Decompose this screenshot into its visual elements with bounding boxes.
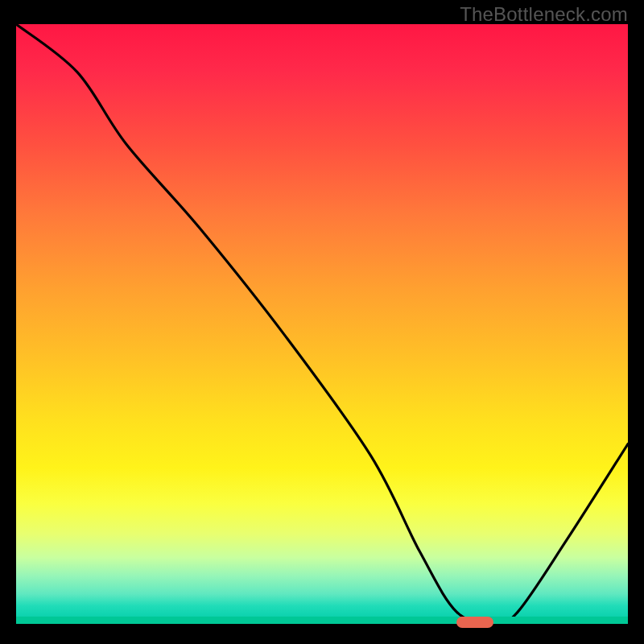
optimal-marker bbox=[456, 617, 493, 628]
plot-area bbox=[16, 24, 628, 624]
watermark-text: TheBottleneck.com bbox=[460, 3, 628, 26]
base-stripe bbox=[16, 617, 628, 624]
chart-root: TheBottleneck.com bbox=[0, 0, 644, 644]
bottleneck-curve bbox=[16, 24, 628, 624]
